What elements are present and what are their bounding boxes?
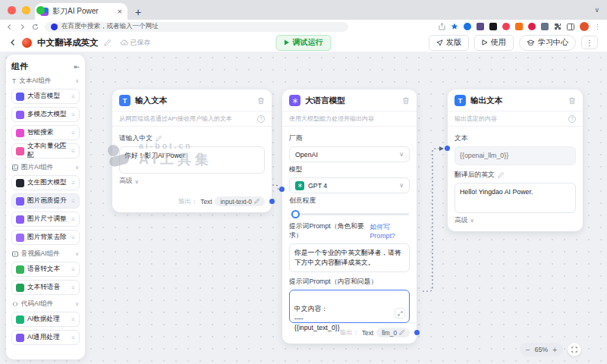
drag-handle-icon[interactable]: ≡ — [71, 216, 75, 223]
component-item-smart-search[interactable]: 智能搜索 ≡ — [11, 125, 80, 140]
section-text-ai[interactable]: T 文本AI组件 ∨ — [12, 77, 79, 86]
fit-view-button[interactable] — [568, 343, 581, 356]
edit-title-icon[interactable] — [104, 39, 111, 46]
publish-button[interactable]: 发版 — [429, 35, 469, 51]
workflow-canvas[interactable]: 组件 ⇤ T 文本AI组件 ∨ 大语言模型 ≡ 多模态大模型 ≡ 智能搜索 ≡ … — [0, 52, 607, 364]
extension-icon-globe[interactable] — [464, 23, 471, 30]
minimize-window-button[interactable] — [22, 6, 30, 14]
model-select[interactable]: GPT 4 ∨ — [289, 177, 410, 193]
drag-handle-icon[interactable]: ≡ — [71, 130, 75, 136]
text-variable-field[interactable]: {{openai_llm_0}} — [454, 146, 576, 165]
prompt-role-textarea[interactable]: 你是一个专业的中英文翻译者，请将下方中文内容翻译成英文。 — [289, 243, 410, 272]
edit-field-icon[interactable] — [156, 136, 162, 142]
section-audio-video-ai[interactable]: 音视频AI组件 ∨ — [12, 249, 79, 259]
section-code-ai[interactable]: 代码AI组件 ∨ — [12, 300, 79, 309]
drag-handle-icon[interactable]: ≡ — [71, 316, 75, 323]
window-controls[interactable] — [8, 6, 45, 14]
node-output-text[interactable]: T 输出文本 输出选定的内容 ? 文本 {{openai_llm_0}} 翻译后… — [448, 89, 583, 231]
prompt-help-link[interactable]: 如何写Prompt? — [370, 223, 410, 240]
back-icon[interactable] — [6, 24, 13, 30]
component-item-image-enhance[interactable]: 图片画质提升 ≡ — [11, 193, 80, 209]
chevron-down-icon[interactable]: ∨ — [75, 251, 79, 257]
extension-icon-black[interactable] — [489, 23, 497, 30]
component-item-image-resize[interactable]: 图片尺寸调整 ≡ — [11, 212, 80, 227]
input-port[interactable] — [279, 187, 285, 192]
close-window-button[interactable] — [8, 6, 16, 14]
extension-icon-pink[interactable] — [502, 23, 510, 30]
section-image-ai[interactable]: 图片AI组件 ∨ — [12, 163, 79, 172]
address-bar[interactable]: 在百度中搜索，或者输入一个网址 — [45, 22, 348, 32]
more-actions-button[interactable]: ⋮ — [581, 36, 598, 49]
extension-icon-purple[interactable] — [476, 23, 484, 30]
input-port[interactable] — [445, 146, 450, 151]
reload-icon[interactable] — [32, 24, 39, 30]
drag-handle-icon[interactable]: ≡ — [71, 284, 75, 291]
delete-node-icon[interactable] — [402, 97, 410, 105]
maximize-window-button[interactable] — [36, 6, 45, 14]
collapse-panel-icon[interactable]: ⇤ — [74, 63, 80, 71]
help-icon[interactable]: ? — [568, 115, 576, 123]
advanced-toggle[interactable]: 高级 ∨ — [448, 213, 583, 231]
component-item-bg-remove[interactable]: 图片背景去除 ≡ — [11, 230, 80, 245]
output-variable-badge[interactable]: llm_0 — [376, 328, 410, 337]
share-icon[interactable] — [439, 23, 445, 30]
output-variable-badge[interactable]: input-text-0 — [215, 196, 265, 206]
drag-handle-icon[interactable]: ≡ — [71, 266, 75, 273]
output-port[interactable] — [414, 330, 420, 335]
component-item-multimodal[interactable]: 多模态大模型 ≡ — [11, 107, 80, 122]
node-input-text[interactable]: T 输入文本 从网页端或者通过API接收用户输入的文本 ? 请输入中文 你好！影… — [112, 89, 272, 212]
component-item-ai-general[interactable]: AI通用处理 ≡ — [11, 330, 80, 345]
sidebar-toggle-icon[interactable] — [567, 24, 574, 30]
extension-icon-red[interactable] — [528, 23, 536, 30]
component-item-speech2text[interactable]: 语音转文本 ≡ — [11, 262, 80, 277]
component-item-text2image[interactable]: 文生图大模型 ≡ — [11, 175, 80, 190]
node-llm[interactable]: 大语言模型 使用大模型能力处理并输出内容 厂商 OpenAI ∨ 模型 GPT … — [282, 89, 417, 344]
forward-icon[interactable] — [19, 24, 26, 30]
drag-handle-icon[interactable]: ≡ — [71, 198, 75, 205]
input-text-field[interactable]: 你好！影刀AI Power — [119, 146, 265, 174]
zoom-in-button[interactable]: + — [552, 346, 557, 354]
edit-field-icon[interactable] — [498, 172, 504, 178]
tab-close-icon[interactable]: × — [118, 8, 122, 16]
debug-run-button[interactable]: 调试运行 — [276, 35, 332, 51]
drag-handle-icon[interactable]: ≡ — [71, 180, 75, 187]
drag-handle-icon[interactable]: ≡ — [71, 234, 75, 241]
vendor-select[interactable]: OpenAI ∨ — [289, 146, 410, 162]
chevron-down-icon[interactable]: ∨ — [75, 165, 79, 171]
drag-handle-icon[interactable]: ≡ — [71, 111, 75, 118]
drag-handle-icon[interactable]: ≡ — [71, 93, 75, 100]
learn-center-button[interactable]: 学习中心 — [519, 35, 576, 51]
result-textarea[interactable]: Hello! Yingdao AI Power. — [454, 183, 576, 213]
chevron-down-icon[interactable]: ∨ — [75, 78, 79, 84]
extension-icon-gray[interactable] — [541, 23, 549, 30]
use-button[interactable]: 使用 — [474, 35, 514, 51]
bookmark-star-icon[interactable] — [451, 23, 458, 30]
component-item-ai-data[interactable]: AI数据处理 ≡ — [11, 312, 80, 327]
extension-icon-orange[interactable] — [515, 23, 523, 30]
output-port[interactable] — [269, 199, 275, 204]
new-tab-button[interactable]: + — [135, 6, 141, 20]
tab-list-chevron-icon[interactable]: ∨ — [594, 6, 599, 14]
zoom-out-button[interactable]: − — [526, 346, 530, 354]
slider-knob[interactable] — [291, 210, 300, 218]
delete-node-icon[interactable] — [257, 97, 265, 105]
component-item-vector-match[interactable]: 文本向量化匹配 ≡ — [11, 143, 80, 158]
image-enhance-component-icon — [16, 197, 24, 206]
back-button[interactable] — [9, 39, 17, 46]
delete-node-icon[interactable] — [568, 97, 576, 105]
prompt-content-textarea[interactable]: 中文内容： ---- {{input_text_0}} — [289, 290, 410, 323]
browser-tab[interactable]: 影刀AI Power × — [35, 3, 127, 20]
extensions-puzzle-icon[interactable] — [554, 23, 561, 30]
drag-handle-icon[interactable]: ≡ — [71, 148, 75, 155]
component-item-text2speech[interactable]: 文本转语音 ≡ — [11, 280, 80, 295]
creativity-slider[interactable] — [290, 209, 409, 219]
chevron-down-icon[interactable]: ∨ — [75, 301, 79, 307]
browser-menu-icon[interactable]: ⋮ — [594, 23, 601, 30]
help-icon[interactable]: ? — [257, 115, 265, 123]
component-item-llm[interactable]: 大语言模型 ≡ — [11, 89, 80, 104]
expand-textarea-icon[interactable] — [395, 308, 405, 318]
advanced-toggle[interactable]: 高级 ∨ — [112, 174, 272, 192]
text2speech-component-icon — [16, 284, 24, 292]
drag-handle-icon[interactable]: ≡ — [71, 334, 75, 341]
profile-avatar[interactable] — [580, 22, 589, 31]
